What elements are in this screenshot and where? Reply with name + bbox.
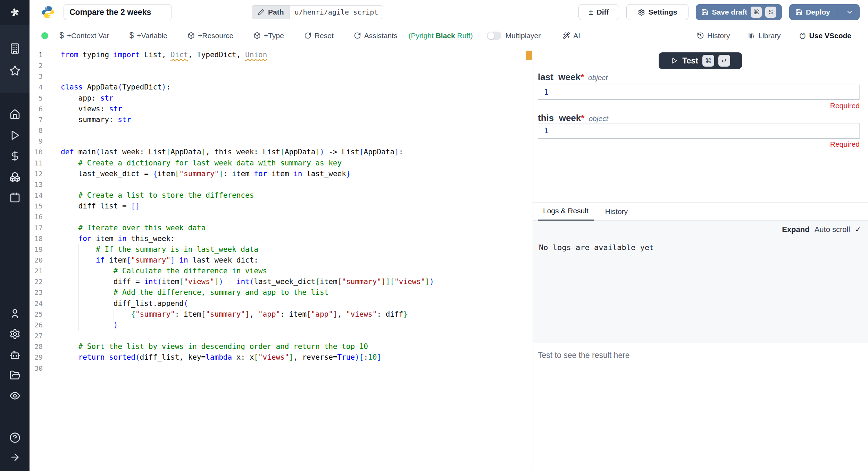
- add-context-var-button[interactable]: $+Context Var: [59, 31, 109, 40]
- code-line[interactable]: 2: [30, 60, 533, 71]
- package-icon: [187, 32, 195, 39]
- add-variable-button[interactable]: $+Variable: [129, 31, 167, 40]
- vscode-button[interactable]: Use VScode: [799, 32, 851, 40]
- user-icon[interactable]: [9, 307, 21, 319]
- code-line[interactable]: 11# Create a dictionary for last_week da…: [30, 158, 533, 169]
- library-icon: [748, 32, 755, 39]
- assistants-button[interactable]: Assistants: [354, 32, 398, 40]
- code-line[interactable]: 16: [30, 212, 533, 222]
- sidebar-divider: [0, 25, 30, 25]
- home-icon[interactable]: [9, 109, 21, 120]
- code-line[interactable]: 27: [30, 331, 533, 341]
- line-number: 14: [30, 190, 43, 201]
- code-line[interactable]: 14# Create a list to store the differenc…: [30, 190, 533, 201]
- line-number: 1: [538, 85, 554, 99]
- resources-icon[interactable]: [9, 171, 21, 183]
- sidebar-workspace-section: [0, 25, 30, 93]
- indent-guide: [61, 331, 61, 341]
- arg-label-this-week: this_week*object: [538, 113, 608, 123]
- refresh-icon: [304, 32, 311, 39]
- arg-label-last-week: last_week*object: [538, 72, 608, 83]
- arg-input-this-week[interactable]: 1: [538, 123, 860, 139]
- code-line[interactable]: 8: [30, 125, 533, 136]
- reset-button[interactable]: Reset: [304, 32, 334, 40]
- help-icon[interactable]: [9, 432, 21, 444]
- code-editor[interactable]: 1from typing import List, Dict, TypedDic…: [30, 47, 533, 471]
- code-line[interactable]: 25{"summary": item["summary"], "app": it…: [30, 309, 533, 320]
- code-line[interactable]: 12last_week_dict = {item["summary"]: ite…: [30, 169, 533, 179]
- bot-icon[interactable]: [9, 349, 21, 361]
- deploy-button[interactable]: Deploy: [789, 4, 860, 20]
- overview-warning-marker: [526, 51, 532, 60]
- button-divider: [838, 4, 838, 20]
- code-line[interactable]: 6views: str: [30, 104, 533, 114]
- code-line[interactable]: 7summary: str: [30, 114, 533, 125]
- line-number: 7: [30, 114, 43, 125]
- code-line[interactable]: 19# If the summary is in last_week data: [30, 244, 533, 255]
- add-type-button[interactable]: +Type: [253, 32, 284, 40]
- dollar-icon: $: [129, 31, 134, 40]
- code-line[interactable]: 18for item in this_week:: [30, 233, 533, 244]
- folder-open-icon[interactable]: [9, 369, 21, 381]
- code-line[interactable]: 9: [30, 136, 533, 147]
- code-line[interactable]: 10def main(last_week: List[AppData], thi…: [30, 147, 533, 157]
- expand-button[interactable]: Expand: [782, 225, 809, 234]
- code-line[interactable]: 23# Add the difference, summary and app …: [30, 287, 533, 298]
- variables-icon[interactable]: [9, 150, 21, 162]
- settings-button[interactable]: Settings: [626, 4, 689, 20]
- line-number: 4: [30, 82, 43, 93]
- code-line[interactable]: 3: [30, 71, 533, 82]
- wand-icon: [563, 32, 570, 39]
- library-button[interactable]: Library: [748, 32, 781, 40]
- gear-icon: [638, 9, 645, 16]
- arg-input-last-week[interactable]: 1: [538, 85, 860, 100]
- tab-logs-result[interactable]: Logs & Result: [538, 203, 594, 221]
- logs-area: Expand Auto scroll ✓ No logs are availab…: [533, 221, 868, 343]
- code-line[interactable]: 4class AppData(TypedDict):: [30, 82, 533, 93]
- code-line[interactable]: 13: [30, 179, 533, 190]
- code-line[interactable]: 1from typing import List, Dict, TypedDic…: [30, 50, 533, 60]
- code-line[interactable]: 15diff_list = []: [30, 201, 533, 212]
- code-line[interactable]: 24diff_list.append(: [30, 298, 533, 309]
- code-line[interactable]: 17# Iterate over this_week data: [30, 223, 533, 233]
- line-number: 21: [30, 266, 43, 276]
- ai-button[interactable]: AI: [563, 32, 580, 40]
- autoscroll-label[interactable]: Auto scroll: [815, 225, 850, 234]
- star-icon[interactable]: [9, 65, 21, 77]
- windmill-logo[interactable]: [9, 6, 21, 18]
- vscode-icon: [799, 32, 806, 39]
- runs-icon[interactable]: [9, 129, 21, 141]
- code-line[interactable]: 22diff = int(item["views"]) - int(last_w…: [30, 276, 533, 287]
- line-number: 27: [30, 331, 43, 341]
- eye-icon[interactable]: [9, 390, 21, 402]
- building-icon[interactable]: [9, 43, 21, 54]
- sidebar: [0, 0, 30, 471]
- package-icon: [253, 32, 261, 39]
- save-draft-button[interactable]: Save draft ⌘ S: [696, 4, 782, 20]
- code-line[interactable]: 5app: str: [30, 93, 533, 104]
- script-title-input[interactable]: Compare the 2 weeks: [64, 4, 172, 20]
- dollar-icon: $: [59, 31, 64, 40]
- expand-sidebar-icon[interactable]: [9, 451, 21, 463]
- path-edit-button[interactable]: Path: [252, 5, 290, 19]
- test-panel: Test ⌘ ↵ last_week*object 1 Required thi…: [533, 47, 868, 471]
- code-line[interactable]: 26): [30, 320, 533, 331]
- diff-button[interactable]: ± Diff: [578, 4, 619, 20]
- cmd-key: ⌘: [751, 7, 762, 18]
- tab-history[interactable]: History: [600, 203, 633, 221]
- settings-icon[interactable]: [9, 328, 21, 340]
- test-button[interactable]: Test ⌘ ↵: [659, 52, 742, 69]
- multiplayer-toggle[interactable]: [487, 32, 501, 40]
- required-badge: Required: [830, 102, 860, 110]
- code-line[interactable]: 21# Calculate the difference in views: [30, 266, 533, 276]
- code-line[interactable]: 30: [30, 363, 533, 374]
- add-resource-button[interactable]: +Resource: [187, 32, 233, 40]
- line-number: 9: [30, 136, 43, 147]
- code-line[interactable]: 20if item["summary"] in last_week_dict:: [30, 255, 533, 266]
- history-button[interactable]: History: [697, 32, 730, 40]
- code-line[interactable]: 29return sorted(diff_list, key=lambda x:…: [30, 352, 533, 363]
- path-value[interactable]: u/henri/agile_script: [290, 5, 384, 19]
- schedules-icon[interactable]: [9, 192, 21, 204]
- code-line[interactable]: 28# Sort the list by views in descending…: [30, 341, 533, 352]
- save-icon: [795, 9, 802, 16]
